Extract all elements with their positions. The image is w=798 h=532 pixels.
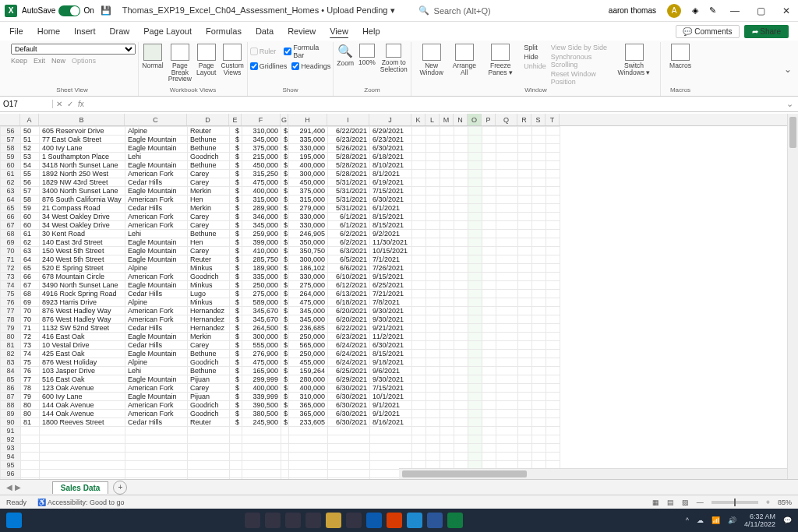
tb-app-3[interactable]: [285, 513, 301, 528]
close-button[interactable]: ✕: [779, 5, 793, 16]
diamond-icon[interactable]: ◈: [692, 5, 698, 16]
clock[interactable]: 6:32 AM 4/11/2022: [744, 513, 775, 528]
zoom100-button[interactable]: 100%: [358, 44, 376, 66]
exit-button[interactable]: Exit: [34, 57, 45, 65]
menu-file[interactable]: File: [9, 26, 23, 36]
zoom-button[interactable]: 🔍Zoom: [337, 44, 354, 67]
comments-button[interactable]: 💬 Comments: [676, 25, 739, 38]
share-button[interactable]: ➦ Share: [744, 25, 789, 38]
sheet-tab-salesdata[interactable]: Sales Data: [52, 481, 109, 494]
search-placeholder: Search (Alt+Q): [434, 6, 491, 16]
zoom-out-icon[interactable]: —: [697, 499, 704, 506]
menu-home[interactable]: Home: [37, 26, 60, 36]
tb-office[interactable]: [387, 513, 402, 528]
avatar[interactable]: A: [667, 4, 681, 18]
customviews-button[interactable]: Custom Views: [221, 44, 243, 76]
autosave-state: On: [83, 6, 94, 15]
autosave[interactable]: AutoSave On: [22, 5, 94, 16]
formula-bar-row: O17 ✕ ✓ fx ⌄: [0, 97, 798, 112]
zoomtosel-button[interactable]: Zoom to Selection: [380, 44, 408, 72]
menu-help[interactable]: Help: [362, 26, 380, 36]
column-headers[interactable]: ABCDEFGHIJKLMNOPQRST: [0, 114, 798, 126]
maximize-button[interactable]: ▢: [754, 5, 768, 16]
group-zoom: Zoom: [364, 86, 380, 94]
group-macros: Macros: [670, 86, 690, 94]
pagebreak-view-button[interactable]: Page Break Preview: [168, 44, 192, 83]
menu-page-layout[interactable]: Page Layout: [143, 26, 192, 36]
add-sheet-button[interactable]: +: [113, 481, 127, 495]
tray-cloud-icon[interactable]: ☁: [697, 516, 704, 524]
headings-check[interactable]: Headings: [291, 62, 330, 70]
menu-draw[interactable]: Draw: [110, 26, 130, 36]
excel-icon: X: [5, 5, 17, 17]
tab-nav-icons[interactable]: ◀ ▶: [6, 483, 21, 491]
menu-review[interactable]: Review: [288, 26, 316, 36]
name-box[interactable]: O17: [0, 100, 53, 108]
status-accessibility[interactable]: ♿ Accessibility: Good to go: [37, 499, 125, 506]
save-icon[interactable]: 💾: [101, 5, 111, 16]
syncscroll-button: Synchronous Scrolling: [551, 53, 608, 69]
formulabar-check[interactable]: Formula Bar: [284, 44, 330, 59]
tb-excel[interactable]: [447, 513, 463, 528]
user-name[interactable]: aaron thomas: [609, 6, 656, 15]
zoom-level[interactable]: 85%: [778, 499, 792, 506]
worksheet-grid[interactable]: ABCDEFGHIJKLMNOPQRST 5650605 Reservoir D…: [0, 114, 798, 479]
newwindow-button[interactable]: New Window: [416, 44, 447, 76]
pagelayout-view-button[interactable]: Page Layout: [196, 44, 217, 76]
vertical-scrollbar[interactable]: [787, 114, 798, 479]
group-sheetview: Sheet View: [56, 86, 87, 94]
menu-data[interactable]: Data: [256, 26, 274, 36]
sheetview-dropdown[interactable]: Default: [11, 44, 136, 55]
document-title[interactable]: Thomas_EXP19_Excel_Ch04_Assessment_Homes…: [122, 5, 395, 16]
menu-bar: File Home Insert Draw Page Layout Formul…: [0, 22, 798, 41]
split-button[interactable]: Split: [524, 44, 546, 51]
zoom-in-icon[interactable]: +: [766, 499, 770, 506]
autosave-toggle[interactable]: [58, 5, 80, 16]
title-bar: X AutoSave On 💾 Thomas_EXP19_Excel_Ch04_…: [0, 0, 798, 22]
menu-insert[interactable]: Insert: [74, 26, 96, 36]
arrangeall-button[interactable]: Arrange All: [451, 44, 477, 76]
enter-formula-icon[interactable]: ✓: [67, 100, 73, 108]
minimize-button[interactable]: —: [727, 5, 743, 16]
pen-icon[interactable]: ✎: [709, 5, 716, 16]
viewsidebyside-button: View Side by Side: [551, 44, 608, 51]
freezepanes-button[interactable]: Freeze Panes ▾: [482, 44, 519, 76]
view-normal-icon[interactable]: ▦: [652, 499, 659, 506]
view-pagebreak-icon[interactable]: ▧: [682, 499, 689, 506]
horizontal-scrollbar[interactable]: [399, 468, 787, 479]
normal-view-button[interactable]: Normal: [142, 44, 163, 69]
notifications-icon[interactable]: 💬: [783, 516, 792, 524]
gridlines-check[interactable]: Gridlines: [250, 62, 288, 70]
search-box[interactable]: 🔍 Search (Alt+Q): [418, 5, 491, 16]
macros-button[interactable]: Macros: [669, 44, 691, 69]
tb-app-4[interactable]: [305, 513, 321, 528]
hide-button[interactable]: Hide: [524, 53, 546, 61]
tb-edge[interactable]: [407, 513, 422, 528]
keep-button[interactable]: Keep: [11, 57, 27, 65]
fx-icon[interactable]: fx: [78, 100, 84, 108]
zoom-slider[interactable]: [711, 501, 758, 504]
tb-explorer[interactable]: [326, 513, 341, 528]
new-button[interactable]: New: [51, 57, 65, 65]
tb-word[interactable]: [427, 513, 443, 528]
collapse-ribbon-icon[interactable]: ⌄: [784, 64, 792, 75]
menu-view[interactable]: View: [330, 26, 348, 36]
ruler-check: Ruler: [250, 44, 277, 59]
start-button[interactable]: [6, 513, 22, 528]
tb-mail[interactable]: [366, 513, 382, 528]
cells-table[interactable]: 5650605 Reservoir DriveAlpineReuter$310,…: [0, 126, 560, 479]
view-pagelayout-icon[interactable]: ▤: [667, 499, 674, 506]
tb-search[interactable]: [265, 513, 281, 528]
expand-formulabar-icon[interactable]: ⌄: [782, 99, 798, 109]
group-window: Window: [524, 86, 546, 94]
tray-chevron-icon[interactable]: ^: [686, 516, 689, 524]
tray-volume-icon[interactable]: 🔊: [728, 516, 736, 524]
tray-wifi-icon[interactable]: 📶: [711, 516, 720, 524]
cancel-formula-icon[interactable]: ✕: [56, 100, 62, 108]
tb-app-6[interactable]: [346, 513, 362, 528]
tb-app-1[interactable]: [245, 513, 260, 528]
switchwindows-button[interactable]: Switch Windows ▾: [613, 44, 655, 76]
status-bar: Ready ♿ Accessibility: Good to go ▦ ▤ ▧ …: [0, 495, 798, 509]
os-taskbar[interactable]: ^ ☁ 📶 🔊 6:32 AM 4/11/2022 💬: [0, 509, 798, 532]
menu-formulas[interactable]: Formulas: [206, 26, 242, 36]
